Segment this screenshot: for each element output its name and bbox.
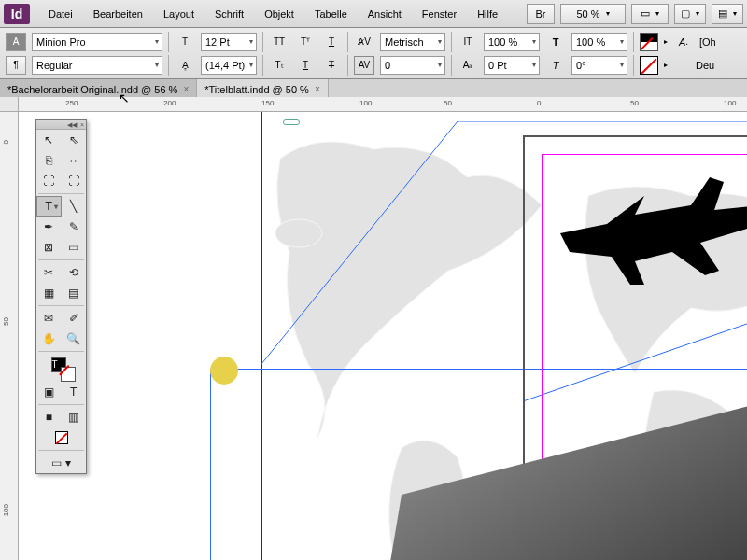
note-tool[interactable]: ✉	[36, 308, 62, 329]
allcaps-icon[interactable]: TT	[269, 33, 289, 51]
baseline-select[interactable]: 0 Pt	[484, 56, 540, 75]
line-tool[interactable]: ╲	[62, 196, 87, 217]
tracking-icon: AV	[354, 56, 374, 75]
svg-marker-1	[374, 383, 747, 560]
menu-item-tabelle[interactable]: Tabelle	[305, 5, 357, 23]
formatting-text[interactable]: T	[62, 382, 87, 402]
font-size-select[interactable]: 12 Pt	[201, 33, 257, 51]
gradient-shape[interactable]	[374, 383, 747, 560]
tools-panel[interactable]: ◀◀× ↖ ⇖ ⎘ ↔ ⛶ ⛶ T ╲ ✒ ✎ ⊠ ▭ ✂ ⟲ ▦ ▤ ✉ ✐ …	[35, 119, 87, 474]
selection-tool[interactable]: ↖	[36, 130, 62, 150]
skew-icon: T	[545, 56, 566, 75]
guide-vertical[interactable]	[210, 369, 211, 560]
doc-tab-label: *Titelblatt.indd @ 50 %	[204, 84, 309, 95]
apply-gradient[interactable]: ▥	[62, 407, 87, 427]
screen-icon: ▢	[681, 7, 690, 20]
eyedropper-tool[interactable]: ✐	[62, 308, 87, 329]
apply-none[interactable]	[36, 427, 86, 448]
gradient-swatch-tool[interactable]: ▦	[36, 283, 62, 303]
rectangle-frame-tool[interactable]: ⊠	[36, 237, 62, 258]
apply-color[interactable]: ■	[36, 407, 62, 427]
menu-item-bearbeiten[interactable]: Bearbeiten	[84, 5, 152, 23]
horizontal-ruler[interactable]: 250 200 150 100 50 0 50 100	[19, 97, 747, 112]
font-size-icon: T	[175, 33, 195, 51]
hscale-icon: IT	[458, 33, 478, 51]
vscale-select[interactable]: 100 %	[571, 33, 627, 51]
menu-item-datei[interactable]: Datei	[39, 5, 82, 23]
app-logo-indesign: Id	[4, 4, 30, 24]
underline-icon[interactable]: T	[295, 56, 316, 75]
menu-item-objekt[interactable]: Objekt	[255, 5, 303, 23]
expand-icon-2[interactable]: ▸	[664, 61, 668, 69]
hscale-select[interactable]: 100 %	[484, 33, 540, 51]
content-collector-tool[interactable]: ⛶	[36, 171, 62, 191]
fill-color-swatch[interactable]	[640, 33, 658, 51]
menu-bar: Id Datei Bearbeiten Layout Schrift Objek…	[0, 0, 747, 28]
arrange-dropdown[interactable]: ▤	[712, 4, 743, 24]
menu-item-layout[interactable]: Layout	[154, 5, 204, 23]
kerning-icon: A̷V	[354, 33, 374, 51]
page-tool[interactable]: ⎘	[36, 150, 62, 171]
control-panel: A Minion Pro T 12 Pt TT Tᵀ T A̷V Metrisc…	[0, 28, 747, 79]
view-mode-normal[interactable]: ▭ ▾	[36, 453, 86, 473]
close-icon[interactable]: ×	[183, 84, 189, 94]
pencil-tool[interactable]: ✎	[62, 217, 87, 237]
subscript-icon[interactable]: Tₜ	[269, 56, 289, 75]
menu-item-hilfe[interactable]: Hilfe	[468, 5, 507, 23]
close-icon[interactable]: ×	[315, 84, 320, 94]
expand-icon[interactable]: ▸	[664, 37, 668, 46]
close-icon[interactable]: ×	[80, 121, 84, 128]
doc-tab-label: *Bachelorarbeit Original.indd @ 56 %	[7, 84, 177, 95]
pen-tool[interactable]: ✒	[36, 217, 62, 237]
font-style-select[interactable]: Regular	[32, 56, 162, 75]
direct-selection-tool[interactable]: ⇖	[62, 130, 87, 150]
fill-stroke-proxy[interactable]: T	[36, 354, 86, 382]
zoom-tool[interactable]: 🔍	[62, 329, 87, 349]
formatting-container[interactable]: ▣	[36, 382, 62, 402]
gradient-feather-tool[interactable]: ▤	[62, 283, 87, 303]
zoom-dropdown[interactable]: 50 %	[560, 4, 626, 24]
smallcaps-icon[interactable]: Tᵀ	[295, 33, 316, 51]
font-family-select[interactable]: Minion Pro	[32, 33, 162, 51]
hand-tool[interactable]: ✋	[36, 329, 62, 349]
view-mode-dropdown[interactable]: ▭	[631, 4, 669, 24]
kerning-select[interactable]: Metrisch	[380, 33, 445, 51]
rectangle-tool[interactable]: ▭	[62, 237, 87, 258]
menu-item-schrift[interactable]: Schrift	[205, 5, 253, 23]
menu-item-fenster[interactable]: Fenster	[413, 5, 466, 23]
arrange-icon: ▤	[718, 7, 727, 20]
para-formatting-mode[interactable]: ¶	[6, 56, 26, 75]
airplane-graphic[interactable]	[551, 159, 747, 299]
doc-tab-titelblatt[interactable]: *Titelblatt.indd @ 50 % ×	[197, 79, 329, 99]
screen-mode-dropdown[interactable]: ▢	[674, 4, 706, 24]
content-placer-tool[interactable]: ⛶	[62, 171, 87, 191]
bridge-button[interactable]: Br	[527, 4, 555, 24]
lang-fragment: [Oh	[699, 36, 716, 48]
char-formatting-mode[interactable]: A	[6, 33, 26, 51]
anchor-point[interactable]	[210, 357, 238, 385]
baseline-icon: Aₐ	[458, 56, 478, 75]
ruler-origin[interactable]	[0, 97, 19, 112]
vertical-ruler[interactable]: 0 50 100	[0, 112, 19, 560]
vscale-icon: T	[545, 33, 566, 51]
lang-fragment-2: Deu	[696, 60, 714, 71]
leading-icon: A͇	[175, 56, 195, 75]
stroke-color-swatch[interactable]	[640, 56, 658, 75]
type-tool[interactable]: T	[36, 196, 62, 217]
free-transform-tool[interactable]: ⟲	[62, 262, 87, 283]
gap-tool[interactable]: ↔	[62, 150, 87, 171]
char-style-icon[interactable]: A.	[673, 33, 694, 51]
thread-indicator[interactable]	[283, 119, 300, 125]
scissors-tool[interactable]: ✂	[36, 262, 62, 283]
document-canvas[interactable]	[19, 112, 747, 560]
menu-item-ansicht[interactable]: Ansicht	[359, 5, 411, 23]
panel-header[interactable]: ◀◀×	[36, 120, 86, 130]
skew-select[interactable]: 0°	[571, 56, 627, 75]
tracking-select[interactable]: 0	[380, 56, 445, 75]
doc-tab-bachelorarbeit[interactable]: *Bachelorarbeit Original.indd @ 56 % ×	[0, 79, 197, 99]
superscript-icon[interactable]: T	[321, 33, 342, 51]
collapse-icon[interactable]: ◀◀	[67, 121, 77, 129]
strike-icon[interactable]: T	[321, 56, 342, 75]
leading-select[interactable]: (14,4 Pt)	[201, 56, 257, 75]
view-grid-icon: ▭	[641, 7, 650, 20]
